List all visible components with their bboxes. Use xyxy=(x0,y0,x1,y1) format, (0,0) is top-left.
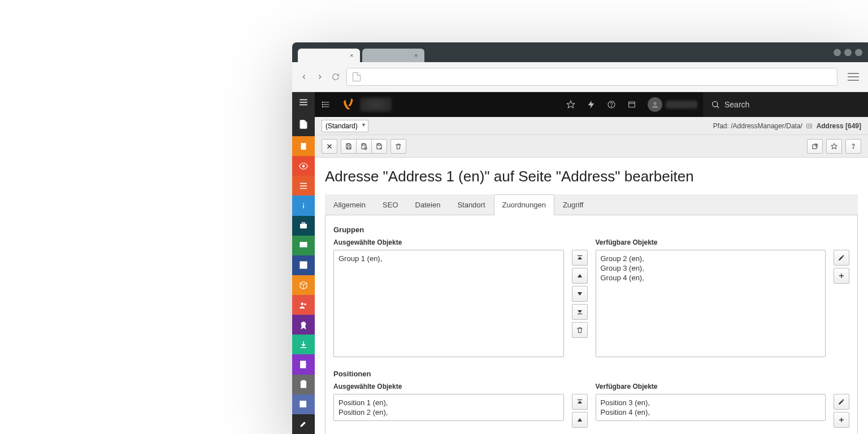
bookmark-star-icon[interactable] xyxy=(561,92,581,117)
module-users-icon[interactable] xyxy=(292,295,315,315)
svg-point-25 xyxy=(322,106,323,107)
selected-label: Ausgewählte Objekte xyxy=(333,383,564,390)
list-item[interactable]: Position 2 (en), xyxy=(338,407,559,417)
section-positionen-heading: Positionen xyxy=(333,370,849,378)
open-new-button[interactable] xyxy=(807,139,823,154)
list-item[interactable]: Group 2 (en), xyxy=(601,254,821,263)
edit-record-button[interactable] xyxy=(834,394,849,410)
help-icon[interactable] xyxy=(601,92,622,117)
module-layout-icon[interactable] xyxy=(292,255,315,275)
move-up-button[interactable] xyxy=(572,268,588,284)
positions-available-list[interactable]: Position 3 (en), Position 4 (en), xyxy=(596,394,826,421)
search-placeholder: Search xyxy=(724,100,749,109)
browser-menu-button[interactable] xyxy=(848,73,859,81)
module-award-icon[interactable] xyxy=(292,315,315,335)
list-item[interactable]: Position 1 (en), xyxy=(338,398,559,407)
svg-rect-3 xyxy=(303,203,304,205)
reorder-buttons xyxy=(572,250,588,338)
window-dot[interactable] xyxy=(855,49,862,56)
move-up-button[interactable] xyxy=(572,412,588,428)
svg-marker-51 xyxy=(577,274,581,277)
groups-selected-list[interactable]: Group 1 (en), xyxy=(333,250,564,357)
save-view-button[interactable] xyxy=(356,139,372,154)
svg-rect-43 xyxy=(363,144,366,145)
file-icon[interactable] xyxy=(292,112,315,136)
svg-rect-5 xyxy=(302,223,305,224)
module-package-icon[interactable] xyxy=(292,275,315,295)
browser-tab-inactive[interactable]: × xyxy=(362,49,424,62)
svg-rect-35 xyxy=(807,124,812,128)
tab-close-icon[interactable]: × xyxy=(414,53,420,58)
move-bottom-button[interactable] xyxy=(572,304,588,320)
tab-zugriff[interactable]: Zugriff xyxy=(554,194,592,215)
module-briefcase-icon[interactable] xyxy=(292,216,315,236)
back-button[interactable] xyxy=(299,72,309,82)
module-clipboard-icon[interactable] xyxy=(292,375,315,394)
module-presentation-icon[interactable] xyxy=(292,236,315,255)
window-dot[interactable] xyxy=(834,49,841,56)
svg-point-10 xyxy=(301,302,304,305)
application-icon[interactable] xyxy=(622,92,642,117)
svg-marker-50 xyxy=(577,257,581,259)
svg-rect-57 xyxy=(577,400,581,400)
svg-rect-41 xyxy=(348,144,350,145)
tab-seo[interactable]: SEO xyxy=(374,194,406,215)
url-bar[interactable] xyxy=(346,68,837,86)
module-list-icon[interactable] xyxy=(292,176,315,196)
module-page-icon[interactable] xyxy=(292,136,315,156)
reload-button[interactable] xyxy=(331,72,341,82)
list-item[interactable]: Group 4 (en), xyxy=(601,273,821,283)
svg-marker-58 xyxy=(577,401,581,403)
groups-available-list[interactable]: Group 2 (en), Group 3 (en), Group 4 (en)… xyxy=(596,250,826,357)
forward-button[interactable] xyxy=(315,72,325,82)
user-menu[interactable] xyxy=(642,97,703,112)
tab-panel: Gruppen Ausgewählte Objekte Group 1 (en)… xyxy=(325,215,858,434)
move-top-button[interactable] xyxy=(572,250,588,266)
tab-standort[interactable]: Standort xyxy=(449,194,493,215)
svg-rect-54 xyxy=(577,314,581,314)
flash-icon[interactable] xyxy=(581,92,601,117)
list-item[interactable]: Position 3 (en), xyxy=(601,398,821,407)
svg-point-33 xyxy=(713,102,718,107)
help-button[interactable] xyxy=(845,139,861,154)
tab-zuordnungen[interactable]: Zuordnungen xyxy=(494,194,554,215)
module-view-icon[interactable] xyxy=(292,156,315,176)
positions-selected-list[interactable]: Position 1 (en), Position 2 (en), xyxy=(333,394,564,421)
language-select[interactable]: (Standard) xyxy=(322,120,368,132)
module-info-icon[interactable] xyxy=(292,196,315,215)
search-box[interactable]: Search xyxy=(703,92,868,117)
record-buttons xyxy=(834,250,849,284)
save-close-button[interactable] xyxy=(371,139,387,154)
module-download-icon[interactable] xyxy=(292,335,315,354)
list-item[interactable]: Group 1 (en), xyxy=(338,254,559,263)
edit-record-button[interactable] xyxy=(834,250,849,266)
save-button[interactable] xyxy=(341,139,357,154)
move-top-button[interactable] xyxy=(572,394,588,410)
section-gruppen-heading: Gruppen xyxy=(333,225,849,234)
tab-close-icon[interactable]: × xyxy=(350,53,355,58)
move-down-button[interactable] xyxy=(572,286,588,302)
tab-allgemein[interactable]: Allgemein xyxy=(325,194,374,215)
app-body: Search (Standard) Pfad: /AddressManager/… xyxy=(315,92,868,434)
browser-tab-active[interactable]: × xyxy=(298,49,360,62)
add-record-button[interactable] xyxy=(834,268,849,284)
menu-collapse-icon[interactable] xyxy=(292,92,315,112)
bookmark-button[interactable] xyxy=(826,139,842,154)
typo3-logo-icon xyxy=(342,97,357,112)
browser-toolbar xyxy=(292,62,868,92)
svg-point-24 xyxy=(322,104,323,105)
reorder-buttons xyxy=(572,394,588,428)
window-dot[interactable] xyxy=(844,49,852,56)
module-sidebar xyxy=(292,92,315,434)
remove-button[interactable] xyxy=(572,322,588,338)
module-edit-icon[interactable] xyxy=(292,354,315,374)
add-record-button[interactable] xyxy=(834,412,849,428)
delete-button[interactable] xyxy=(390,139,406,154)
list-item[interactable]: Group 3 (en), xyxy=(601,263,821,273)
list-item[interactable]: Position 4 (en), xyxy=(601,407,821,417)
module-tool-icon[interactable] xyxy=(292,414,315,434)
tree-toggle-icon[interactable] xyxy=(315,92,337,117)
tab-dateien[interactable]: Dateien xyxy=(407,194,449,215)
module-news-icon[interactable] xyxy=(292,394,315,414)
close-button[interactable] xyxy=(322,139,337,154)
